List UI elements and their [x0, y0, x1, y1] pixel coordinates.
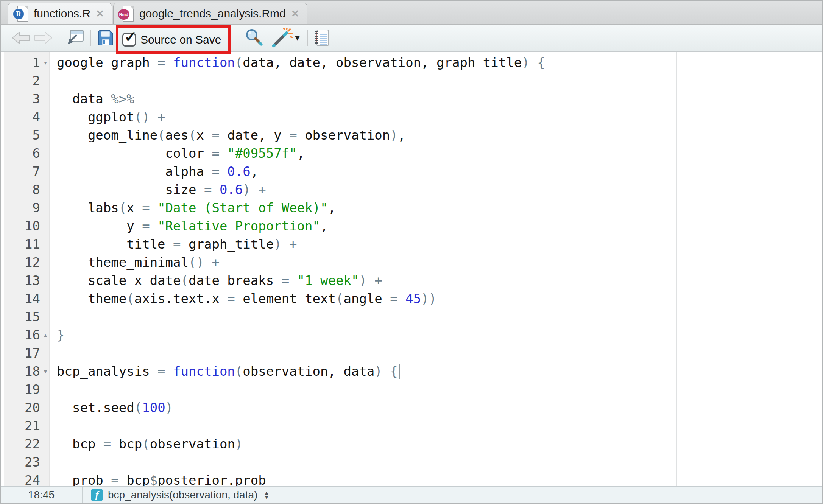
code-line[interactable]: 23 [1, 453, 822, 471]
code-line[interactable]: 19 [1, 380, 822, 398]
code-text: theme(axis.text.x = element_text(angle =… [51, 291, 436, 306]
tab-google-trends-analysis-rmd[interactable]: Rmd google_trends_analysis.Rmd ✕ [113, 3, 307, 24]
code-text: scale_x_date(date_breaks = "1 week") + [51, 273, 382, 288]
source-on-save-label: Source on Save [140, 33, 221, 46]
code-line[interactable]: 11 title = graph_title) + [1, 235, 822, 253]
compile-notebook-button[interactable] [313, 29, 330, 47]
rmd-file-icon: Rmd [120, 5, 135, 22]
tab-bar: R functions.R ✕ Rmd google_trends_analys… [1, 1, 822, 25]
code-line[interactable]: 16▴} [1, 326, 822, 344]
code-text: color = "#09557f", [51, 146, 305, 161]
back-button[interactable] [11, 30, 31, 45]
code-tools-button[interactable] [269, 28, 293, 48]
line-number: 11 [1, 236, 40, 252]
tab-functions-r[interactable]: R functions.R ✕ [8, 3, 112, 24]
save-button[interactable] [97, 29, 114, 47]
code-line[interactable]: 6 color = "#09557f", [1, 144, 822, 162]
search-icon [244, 28, 264, 48]
code-line[interactable]: 24 prob = bcp$posterior.prob [1, 471, 822, 486]
line-number: 5 [1, 128, 40, 143]
status-bar: 18:45 f bcp_analysis(observation, data) … [1, 486, 822, 503]
code-line[interactable]: 14 theme(axis.text.x = element_text(angl… [1, 289, 822, 308]
line-number: 20 [1, 400, 40, 415]
line-number: 15 [1, 309, 40, 324]
text-cursor [399, 364, 400, 379]
code-text: set.seed(100) [51, 400, 173, 415]
code-line[interactable]: 17 [1, 344, 822, 362]
r-file-icon: R [14, 5, 29, 22]
code-editor[interactable]: 1▾google_graph = function(data, date, ob… [1, 52, 822, 486]
tab-label: functions.R [34, 7, 90, 20]
rmd-badge-icon: Rmd [118, 9, 129, 20]
code-line[interactable]: 13 scale_x_date(date_breaks = "1 week") … [1, 271, 822, 289]
code-line[interactable]: 21 [1, 417, 822, 435]
code-tools-caret-icon[interactable]: ▾ [295, 33, 299, 43]
tab-label: google_trends_analysis.Rmd [139, 7, 286, 20]
code-text: prob = bcp$posterior.prob [51, 473, 266, 486]
fold-down-icon[interactable]: ▾ [40, 367, 51, 376]
popout-window-icon [65, 29, 85, 47]
fold-down-icon[interactable]: ▾ [40, 58, 51, 67]
line-number: 21 [1, 418, 40, 433]
toolbar-separator [238, 30, 238, 46]
line-number: 22 [1, 436, 40, 451]
line-number: 24 [1, 473, 40, 486]
code-lines: 1▾google_graph = function(data, date, ob… [1, 53, 822, 486]
function-scope-icon: f [91, 489, 103, 501]
code-line[interactable]: 8 size = 0.6) + [1, 180, 822, 199]
code-text: theme_minimal() + [51, 255, 220, 270]
code-line[interactable]: 1▾google_graph = function(data, date, ob… [1, 53, 822, 72]
forward-button[interactable] [33, 30, 53, 45]
code-line[interactable]: 20 set.seed(100) [1, 398, 822, 417]
line-number: 12 [1, 255, 40, 270]
close-tab-icon[interactable]: ✕ [291, 9, 299, 19]
code-text: labs(x = "Date (Start of Week)", [51, 200, 336, 215]
code-line[interactable]: 18▾bcp_analysis = function(observation, … [1, 362, 822, 380]
code-line[interactable]: 4 ggplot() + [1, 108, 822, 126]
code-line[interactable]: 3 data %>% [1, 90, 822, 108]
scope-label: bcp_analysis(observation, data) [108, 489, 257, 501]
code-line[interactable]: 15 [1, 308, 822, 326]
code-text: } [51, 327, 64, 342]
rstudio-source-pane: R functions.R ✕ Rmd google_trends_analys… [0, 0, 823, 504]
line-number: 19 [1, 382, 40, 397]
line-number: 4 [1, 109, 40, 124]
line-number: 6 [1, 146, 40, 161]
find-replace-button[interactable] [244, 28, 264, 48]
line-number: 13 [1, 273, 40, 288]
scope-updown-icon: ▲ ▼ [264, 490, 269, 499]
code-line[interactable]: 5 geom_line(aes(x = date, y = observatio… [1, 126, 822, 144]
code-line[interactable]: 10 y = "Relative Proportion", [1, 217, 822, 235]
code-line[interactable]: 7 alpha = 0.6, [1, 162, 822, 180]
code-text: bcp = bcp(observation) [51, 436, 243, 451]
toolbar-separator [307, 30, 308, 46]
code-line[interactable]: 9 labs(x = "Date (Start of Week)", [1, 199, 822, 217]
code-text: bcp_analysis = function(observation, dat… [51, 364, 400, 379]
cursor-position[interactable]: 18:45 [1, 487, 83, 503]
r-badge-icon: R [13, 9, 24, 19]
line-number: 18 [1, 364, 40, 379]
save-floppy-icon [97, 29, 114, 47]
line-number: 7 [1, 164, 40, 179]
code-text: geom_line(aes(x = date, y = observation)… [51, 128, 405, 143]
toolbar-separator [59, 30, 59, 46]
line-number: 8 [1, 182, 40, 197]
code-line[interactable]: 22 bcp = bcp(observation) [1, 435, 822, 453]
close-tab-icon[interactable]: ✕ [96, 9, 104, 19]
code-text: google_graph = function(data, date, obse… [51, 55, 545, 70]
code-text: title = graph_title) + [51, 236, 297, 252]
line-number: 9 [1, 200, 40, 215]
checkmark-icon: ✓ [124, 28, 137, 45]
line-number: 2 [1, 73, 40, 88]
scope-selector[interactable]: f bcp_analysis(observation, data) ▲ ▼ [83, 489, 269, 501]
source-on-save-checkbox[interactable]: ✓ [122, 33, 136, 47]
line-number: 17 [1, 345, 40, 361]
toolbar-separator [90, 30, 91, 46]
line-number: 14 [1, 291, 40, 306]
fold-up-icon[interactable]: ▴ [40, 330, 51, 339]
code-line[interactable]: 2 [1, 72, 822, 90]
line-number: 16 [1, 327, 40, 342]
code-line[interactable]: 12 theme_minimal() + [1, 253, 822, 271]
forward-arrow-icon [33, 30, 53, 45]
show-in-new-window-button[interactable] [65, 29, 85, 47]
